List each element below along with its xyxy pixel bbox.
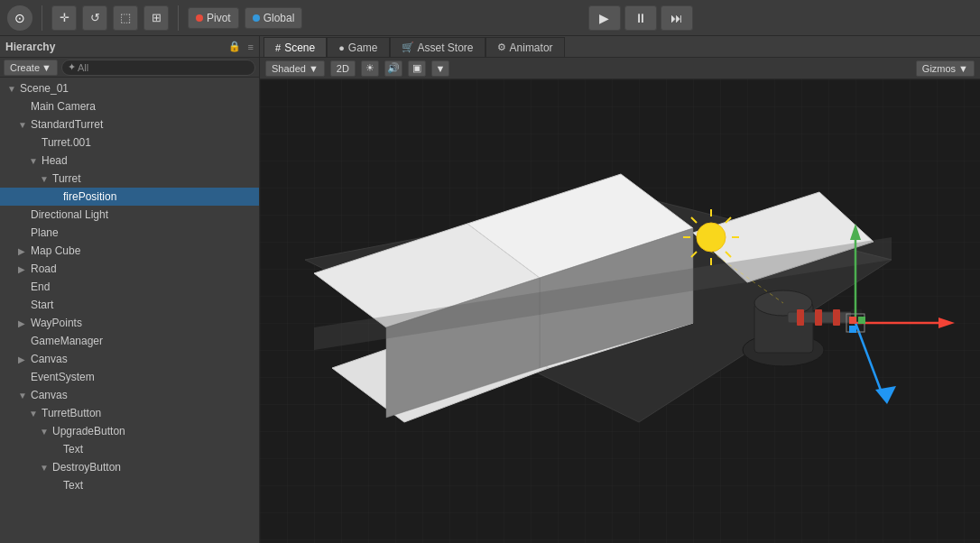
hierarchy-header: Hierarchy 🔒 ≡ <box>0 36 259 58</box>
rect-tool-button[interactable]: ⊞ <box>143 5 169 31</box>
play-controls: ▶ ⏸ ⏭ <box>588 5 693 31</box>
play-button[interactable]: ▶ <box>588 5 621 31</box>
move-tool-button[interactable]: ✛ <box>51 5 77 31</box>
tree-label-fire_position: firePosition <box>63 190 116 203</box>
rotate-tool-button[interactable]: ↺ <box>82 5 107 31</box>
tab-scene[interactable]: #Scene <box>263 37 327 57</box>
hierarchy-item-start[interactable]: Start <box>0 296 259 314</box>
tree-label-road: Road <box>31 262 57 275</box>
tree-label-upgrade_text: Text <box>63 443 83 456</box>
fx-toggle-button[interactable]: ▣ <box>408 60 426 77</box>
svg-rect-15 <box>797 309 804 326</box>
hierarchy-item-plane[interactable]: Plane <box>0 224 259 242</box>
tree-arrow-upgrade_button: ▼ <box>40 427 52 437</box>
hierarchy-tree: ▼Scene_01Main Camera▼StandardTurretTurre… <box>0 78 259 543</box>
hierarchy-item-head[interactable]: ▼Head <box>0 152 259 170</box>
tree-label-waypoints: WayPoints <box>31 317 82 329</box>
hierarchy-item-event_system[interactable]: EventSystem <box>0 368 259 386</box>
create-button[interactable]: Create ▼ <box>4 60 58 76</box>
scene-tabs: #Scene●Game🛒Asset Store⚙Animator <box>260 36 980 58</box>
hierarchy-item-end[interactable]: End <box>0 278 259 296</box>
hierarchy-item-upgrade_button[interactable]: ▼UpgradeButton <box>0 422 259 440</box>
hierarchy-item-canvas2[interactable]: ▼Canvas <box>0 386 259 404</box>
tree-label-turret_001: Turret.001 <box>42 136 91 149</box>
shaded-arrow-icon: ▼ <box>309 63 319 74</box>
hierarchy-item-map_cube[interactable]: ▶Map Cube <box>0 242 259 260</box>
hierarchy-item-turret_001[interactable]: Turret.001 <box>0 133 259 152</box>
hierarchy-panel: Hierarchy 🔒 ≡ Create ▼ ✦ All ▼Scene_01Ma… <box>0 36 260 543</box>
hierarchy-search[interactable]: ✦ All <box>61 60 255 76</box>
scene-viewport[interactable] <box>260 79 980 543</box>
scene-toolbar: Shaded ▼ 2D ☀ 🔊 ▣ ▼ Gizmos ▼ <box>260 58 980 79</box>
tree-label-destroy_text: Text <box>63 479 83 492</box>
hierarchy-item-fire_position[interactable]: firePosition <box>0 188 259 206</box>
tree-arrow-scene_root: ▼ <box>7 84 20 94</box>
tree-label-main_camera: Main Camera <box>31 100 96 113</box>
tab-animator[interactable]: ⚙Animator <box>485 37 565 57</box>
hierarchy-item-directional_light[interactable]: Directional Light <box>0 206 259 224</box>
hierarchy-item-destroy_text[interactable]: Text <box>0 476 259 494</box>
unity-logo-icon: ⊙ <box>7 5 32 31</box>
hierarchy-toolbar: Create ▼ ✦ All <box>0 58 259 78</box>
tree-label-standard_turret: StandardTurret <box>31 118 103 131</box>
tree-arrow-canvas2: ▼ <box>18 391 31 400</box>
hierarchy-item-standard_turret[interactable]: ▼StandardTurret <box>0 115 259 133</box>
light-toggle-button[interactable]: ☀ <box>361 60 379 77</box>
gizmos-label: Gizmos <box>922 63 956 74</box>
hierarchy-item-game_manager[interactable]: GameManager <box>0 332 259 350</box>
tree-label-canvas1: Canvas <box>31 353 68 365</box>
pivot-dropdown[interactable]: Pivot <box>188 7 239 29</box>
scene-area: #Scene●Game🛒Asset Store⚙Animator Shaded … <box>260 36 980 543</box>
tree-arrow-turret_button: ▼ <box>29 409 42 419</box>
svg-rect-26 <box>849 317 856 324</box>
tree-label-turret: Turret <box>52 172 81 185</box>
lock-icon[interactable]: 🔒 <box>228 41 241 52</box>
tree-label-scene_root: Scene_01 <box>20 82 69 95</box>
tree-arrow-standard_turret: ▼ <box>18 120 31 130</box>
tab-icon-asset_store: 🛒 <box>402 41 414 53</box>
audio-toggle-button[interactable]: 🔊 <box>384 60 402 77</box>
tab-game[interactable]: ●Game <box>327 37 389 57</box>
tab-asset_store[interactable]: 🛒Asset Store <box>390 37 485 57</box>
tree-arrow-road: ▶ <box>18 264 31 274</box>
tab-icon-game: ● <box>338 42 345 53</box>
hierarchy-item-destroy_button[interactable]: ▼DestroyButton <box>0 458 259 476</box>
hierarchy-item-canvas1[interactable]: ▶Canvas <box>0 350 259 368</box>
hierarchy-item-road[interactable]: ▶Road <box>0 260 259 278</box>
hierarchy-item-turret[interactable]: ▼Turret <box>0 170 259 188</box>
scene-canvas <box>260 79 980 543</box>
tree-label-plane: Plane <box>31 226 59 239</box>
hierarchy-menu-icon[interactable]: ≡ <box>248 41 254 52</box>
shaded-dropdown[interactable]: Shaded ▼ <box>265 60 325 77</box>
tree-arrow-turret: ▼ <box>40 174 52 184</box>
hierarchy-title: Hierarchy <box>5 41 55 53</box>
tree-label-event_system: EventSystem <box>31 371 95 383</box>
tree-label-canvas2: Canvas <box>31 389 68 401</box>
gizmos-button[interactable]: Gizmos ▼ <box>916 60 975 77</box>
global-dropdown[interactable]: Global <box>245 7 303 29</box>
main-area: Hierarchy 🔒 ≡ Create ▼ ✦ All ▼Scene_01Ma… <box>0 36 980 543</box>
tree-label-upgrade_button: UpgradeButton <box>52 425 125 437</box>
hierarchy-item-waypoints[interactable]: ▶WayPoints <box>0 314 259 332</box>
more-button[interactable]: ▼ <box>431 60 449 77</box>
search-placeholder: All <box>78 62 88 73</box>
global-dot <box>253 14 260 22</box>
tab-label-scene: Scene <box>284 41 315 54</box>
tree-label-destroy_button: DestroyButton <box>52 461 121 474</box>
pivot-label: Pivot <box>207 12 231 24</box>
hierarchy-item-turret_button[interactable]: ▼TurretButton <box>0 404 259 422</box>
hierarchy-item-main_camera[interactable]: Main Camera <box>0 97 259 115</box>
tree-label-game_manager: GameManager <box>31 335 103 347</box>
hierarchy-item-scene_root[interactable]: ▼Scene_01 <box>0 79 259 97</box>
hierarchy-item-upgrade_text[interactable]: Text <box>0 440 259 458</box>
tree-label-start: Start <box>31 299 53 311</box>
tab-icon-scene: # <box>275 42 281 53</box>
shaded-label: Shaded <box>272 63 306 74</box>
scale-tool-button[interactable]: ⬚ <box>113 5 138 31</box>
tree-label-head: Head <box>42 154 68 167</box>
tree-label-directional_light: Directional Light <box>31 208 108 221</box>
2d-button[interactable]: 2D <box>330 60 356 77</box>
tree-label-map_cube: Map Cube <box>31 244 80 257</box>
step-button[interactable]: ⏭ <box>661 5 693 31</box>
pause-button[interactable]: ⏸ <box>624 5 657 31</box>
